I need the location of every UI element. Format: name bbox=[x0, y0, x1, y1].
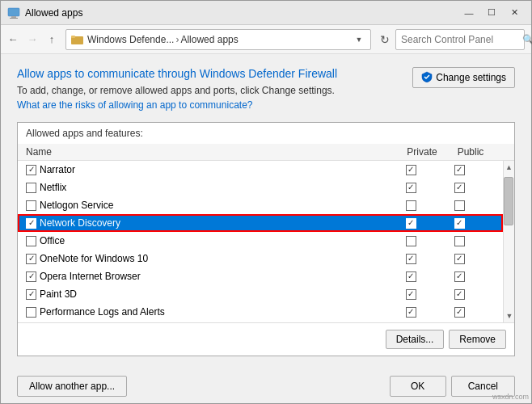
refresh-btn[interactable]: ↻ bbox=[376, 31, 394, 48]
col-public-header: Public bbox=[446, 146, 495, 158]
table-row[interactable]: Performance Logs and Alerts bbox=[18, 303, 503, 321]
table-row[interactable]: Netflix bbox=[18, 179, 503, 196]
public-checkbox[interactable] bbox=[454, 271, 465, 282]
search-icon: 🔍 bbox=[522, 34, 532, 45]
private-checkbox[interactable] bbox=[406, 165, 416, 175]
cell-public[interactable] bbox=[435, 271, 483, 282]
row-checkbox[interactable] bbox=[26, 218, 36, 229]
table-row[interactable]: Paint 3D bbox=[18, 285, 503, 303]
cell-private[interactable] bbox=[386, 254, 435, 264]
details-btn[interactable]: Details... bbox=[386, 330, 445, 349]
cell-public[interactable] bbox=[435, 236, 483, 246]
cell-name: Narrator bbox=[26, 164, 386, 175]
table-row[interactable]: Office bbox=[18, 232, 503, 250]
maximize-btn[interactable]: ☐ bbox=[481, 5, 502, 21]
app-name: Netflix bbox=[40, 182, 66, 193]
public-checkbox[interactable] bbox=[454, 307, 465, 318]
forward-btn[interactable]: → bbox=[23, 31, 41, 48]
panel-label: Allowed apps and features: bbox=[18, 123, 514, 144]
cell-name: OneNote for Windows 10 bbox=[26, 253, 386, 264]
title-bar: Allowed apps — ☐ ✕ bbox=[1, 1, 531, 25]
private-checkbox[interactable] bbox=[406, 271, 416, 282]
back-btn[interactable]: ← bbox=[4, 31, 22, 48]
cell-private[interactable] bbox=[386, 165, 435, 175]
cell-public[interactable] bbox=[435, 183, 483, 193]
allow-another-btn[interactable]: Allow another app... bbox=[17, 376, 127, 397]
cell-private[interactable] bbox=[386, 271, 435, 282]
scrollbar-thumb[interactable] bbox=[504, 177, 513, 225]
public-checkbox[interactable] bbox=[454, 236, 465, 246]
row-checkbox[interactable] bbox=[26, 271, 36, 282]
row-checkbox[interactable] bbox=[26, 183, 36, 193]
address-bar[interactable]: Windows Defende... › Allowed apps ▼ bbox=[65, 29, 371, 50]
app-name: Office bbox=[40, 235, 65, 246]
private-checkbox[interactable] bbox=[406, 289, 416, 300]
private-checkbox[interactable] bbox=[406, 254, 416, 264]
private-checkbox[interactable] bbox=[406, 307, 416, 318]
table-header: Name Private Public bbox=[18, 144, 514, 161]
svg-rect-2 bbox=[10, 18, 18, 19]
public-checkbox[interactable] bbox=[454, 183, 465, 193]
cell-public[interactable] bbox=[435, 289, 483, 300]
cell-public[interactable] bbox=[435, 200, 483, 211]
row-checkbox[interactable] bbox=[26, 200, 36, 211]
close-btn[interactable]: ✕ bbox=[504, 5, 525, 21]
private-checkbox[interactable] bbox=[406, 236, 416, 246]
search-input[interactable] bbox=[401, 34, 522, 45]
cell-public[interactable] bbox=[435, 218, 483, 229]
address-separator: › bbox=[175, 34, 179, 45]
cell-name: Paint 3D bbox=[26, 288, 386, 300]
public-checkbox[interactable] bbox=[454, 165, 465, 175]
window-title: Allowed apps bbox=[25, 7, 458, 19]
cell-name: Office bbox=[26, 235, 386, 246]
cell-public[interactable] bbox=[435, 165, 483, 175]
address-part1: Windows Defende... bbox=[87, 34, 174, 45]
nav-bar: ← → ↑ Windows Defende... › Allowed apps … bbox=[1, 25, 531, 54]
table-row[interactable]: Network Discovery bbox=[18, 214, 503, 232]
app-name: Performance Logs and Alerts bbox=[40, 306, 165, 318]
app-name: Opera Internet Browser bbox=[40, 271, 141, 282]
table-row[interactable]: OneNote for Windows 10 bbox=[18, 250, 503, 267]
private-checkbox[interactable] bbox=[406, 200, 416, 211]
public-checkbox[interactable] bbox=[454, 254, 465, 264]
scrollbar[interactable]: ▲ ▼ bbox=[503, 161, 514, 322]
row-checkbox[interactable] bbox=[26, 289, 36, 300]
cell-private[interactable] bbox=[386, 218, 435, 229]
app-name: Paint 3D bbox=[40, 288, 77, 300]
cell-public[interactable] bbox=[435, 307, 483, 318]
private-checkbox[interactable] bbox=[406, 218, 416, 229]
cell-private[interactable] bbox=[386, 200, 435, 211]
private-checkbox[interactable] bbox=[406, 183, 416, 193]
ok-btn[interactable]: OK bbox=[390, 376, 446, 397]
row-checkbox[interactable] bbox=[26, 254, 36, 264]
address-folder-icon bbox=[71, 33, 84, 46]
app-name: Narrator bbox=[40, 164, 75, 175]
cell-private[interactable] bbox=[386, 289, 435, 300]
col-name-header: Name bbox=[26, 146, 398, 158]
table-row[interactable]: Narrator bbox=[18, 161, 503, 179]
table-row[interactable]: Opera Internet Browser bbox=[18, 267, 503, 285]
risks-link[interactable]: What are the risks of allowing an app to… bbox=[17, 99, 252, 111]
public-checkbox[interactable] bbox=[454, 289, 465, 300]
address-dropdown-btn[interactable]: ▼ bbox=[353, 33, 365, 46]
cell-name: Opera Internet Browser bbox=[26, 271, 386, 282]
remove-btn[interactable]: Remove bbox=[449, 330, 506, 349]
cell-private[interactable] bbox=[386, 183, 435, 193]
public-checkbox[interactable] bbox=[454, 218, 465, 229]
cell-name: Netflix bbox=[26, 182, 386, 193]
public-checkbox[interactable] bbox=[454, 200, 465, 211]
cell-name: Network Discovery bbox=[26, 217, 386, 229]
up-btn[interactable]: ↑ bbox=[43, 31, 61, 48]
table-row[interactable]: Netlogon Service bbox=[18, 196, 503, 214]
change-settings-btn[interactable]: Change settings bbox=[412, 67, 515, 88]
row-checkbox[interactable] bbox=[26, 165, 36, 175]
row-checkbox[interactable] bbox=[26, 307, 36, 318]
row-checkbox[interactable] bbox=[26, 236, 36, 246]
cell-private[interactable] bbox=[386, 236, 435, 246]
search-bar[interactable]: 🔍 bbox=[395, 29, 525, 50]
cell-public[interactable] bbox=[435, 254, 483, 264]
cell-private[interactable] bbox=[386, 307, 435, 318]
apps-panel: Allowed apps and features: Name Private … bbox=[17, 122, 515, 356]
minimize-btn[interactable]: — bbox=[458, 5, 479, 21]
cell-name: Netlogon Service bbox=[26, 200, 386, 211]
